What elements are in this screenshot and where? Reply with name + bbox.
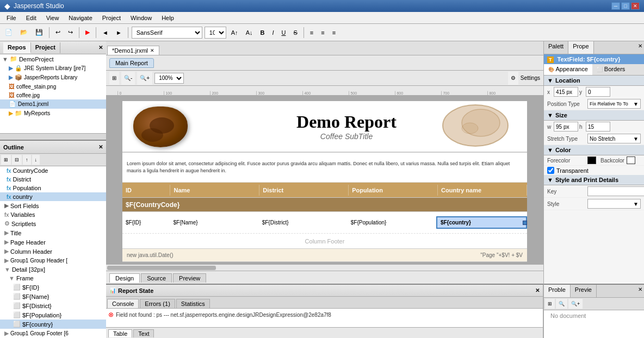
bold-button[interactable]: B <box>257 26 267 39</box>
font-size-down[interactable]: A↓ <box>243 26 256 39</box>
font-selector[interactable]: SansSerif <box>132 27 202 39</box>
strikethrough-button[interactable]: S <box>290 26 300 39</box>
zoom-fit-btn[interactable]: ⊞ <box>109 72 119 85</box>
redo-button[interactable]: ↪ <box>65 26 76 39</box>
outline-page-header[interactable]: ▶ Page Header <box>0 237 106 247</box>
menu-navigate[interactable]: Navigate <box>64 14 96 22</box>
canvas-wrapper[interactable]: Demo Report Coffee SubTitle <box>106 96 543 264</box>
outline-frame[interactable]: ▼ Frame <box>0 274 106 283</box>
x-input[interactable] <box>554 87 578 97</box>
run-button[interactable]: ▶ <box>83 26 92 39</box>
align-left-button[interactable]: ≡ <box>307 26 316 39</box>
tab-problems[interactable]: Proble <box>544 285 571 297</box>
underline-button[interactable]: U <box>278 26 288 39</box>
menu-file[interactable]: File <box>2 14 21 22</box>
h-input[interactable] <box>586 122 610 132</box>
prev-button[interactable]: ◄ <box>100 26 111 39</box>
font-size-selector[interactable]: 10 <box>205 27 226 39</box>
align-center-button[interactable]: ≡ <box>318 26 327 39</box>
tree-demo1-jrxml[interactable]: 📄 Demo1.jrxml <box>0 99 106 109</box>
key-input[interactable] <box>587 186 644 196</box>
menu-edit[interactable]: Edit <box>22 14 41 22</box>
tree-jasper-library[interactable]: ▶ 📦 JasperReports Library <box>0 73 106 82</box>
detail-country-cell[interactable]: $F{country} <box>436 216 527 229</box>
menu-window[interactable]: Window <box>126 14 156 22</box>
problems-btn-3[interactable]: 🔍+ <box>568 299 583 309</box>
outline-group1-footer[interactable]: ▶ Group1 Group Footer [6 <box>0 329 106 338</box>
settings-btn[interactable]: ⚙ <box>508 72 518 85</box>
tab-borders[interactable]: ⬜ Borders <box>592 64 630 75</box>
outline-sort-fields[interactable]: ▶ Sort Fields <box>0 201 106 210</box>
tree-jre-library[interactable]: ▶ 🔒 JRE System Library [jre7] <box>0 64 106 73</box>
forecolor-swatch[interactable] <box>587 157 596 164</box>
w-input[interactable] <box>554 122 578 132</box>
outline-country[interactable]: fx country <box>0 192 106 201</box>
location-collapse-icon[interactable]: ▼ <box>547 77 553 84</box>
outline-btn-2[interactable]: ⊟ <box>12 155 22 165</box>
tab-properties[interactable]: Prope <box>568 41 593 54</box>
size-collapse-icon[interactable]: ▼ <box>547 112 553 118</box>
tab-demo1-jrxml[interactable]: *Demo1.jrxml ✕ <box>107 46 159 55</box>
tab-main-report[interactable]: Main Report <box>109 58 154 68</box>
tab-palette[interactable]: Palett <box>544 41 568 54</box>
backcolor-swatch[interactable] <box>627 157 635 164</box>
italic-button[interactable]: I <box>269 26 276 39</box>
outline-countrycode[interactable]: fx CountryCode <box>0 166 106 175</box>
outline-scriptlets[interactable]: ⚙ Scriptlets <box>0 219 106 228</box>
tab-appearance[interactable]: 🎨 Appearance <box>544 64 592 75</box>
outline-fdistrict[interactable]: ⬜ $F{District} <box>0 301 106 310</box>
minimize-button[interactable]: ─ <box>611 2 620 10</box>
tree-coffee-jpg[interactable]: 🖼 coffee.jpg <box>0 91 106 99</box>
outline-population[interactable]: fx Population <box>0 184 106 192</box>
open-button[interactable]: 📂 <box>17 26 30 39</box>
zoom-out-btn[interactable]: 🔍- <box>121 72 135 85</box>
maximize-button[interactable]: □ <box>621 2 630 10</box>
tab-preview[interactable]: Preview <box>173 273 206 283</box>
scrollbar-bottom-repo[interactable] <box>0 133 106 140</box>
tab-text[interactable]: Text <box>133 329 154 337</box>
color-collapse-icon[interactable]: ▼ <box>547 147 553 153</box>
rs-close-icon[interactable]: ✕ <box>535 287 540 293</box>
problems-btn-1[interactable]: ⊞ <box>545 299 555 309</box>
canvas-scrollbar-h[interactable] <box>106 264 543 271</box>
tab-preview-panel[interactable]: Previe <box>571 285 597 297</box>
tab-errors[interactable]: Errors (1) <box>140 299 175 308</box>
outline-btn-1[interactable]: ⊞ <box>1 155 11 165</box>
tab-console[interactable]: Console <box>107 299 139 308</box>
outline-group1-header[interactable]: ▶ Group1 Group Header [ <box>0 256 106 265</box>
resize-handle[interactable] <box>523 221 527 225</box>
style-collapse-icon[interactable]: ▼ <box>547 177 553 183</box>
style-dropdown[interactable]: ▼ <box>587 199 641 209</box>
close-outline-icon[interactable]: ✕ <box>98 144 103 150</box>
stretch-type-dropdown[interactable]: No Stretch ▼ <box>587 134 641 143</box>
tree-coffee-stain[interactable]: 🖼 coffee_stain.png <box>0 82 106 91</box>
next-button[interactable]: ► <box>113 26 125 39</box>
menu-project[interactable]: Project <box>98 14 125 22</box>
outline-variables[interactable]: fx Variables <box>0 210 106 219</box>
zoom-in-btn[interactable]: 🔍+ <box>137 72 152 85</box>
problems-btn-2[interactable]: 🔍 <box>556 299 567 309</box>
font-size-up[interactable]: A↑ <box>228 26 241 39</box>
window-controls[interactable]: ─ □ ✕ <box>611 2 640 10</box>
tab-project[interactable]: Project <box>31 42 60 53</box>
outline-btn-3[interactable]: ↑ <box>23 155 31 165</box>
tab-design[interactable]: Design <box>109 273 140 283</box>
align-right-button[interactable]: ≡ <box>330 26 338 39</box>
outline-title[interactable]: ▶ Title <box>0 228 106 237</box>
y-input[interactable] <box>586 87 610 97</box>
tab-close-icon[interactable]: ✕ <box>150 48 154 53</box>
tree-demoproject[interactable]: ▼ 📁 DemoProject <box>0 54 106 64</box>
tree-myreports[interactable]: ▶ 📁 MyReports <box>0 109 106 118</box>
outline-fpopulation[interactable]: ⬜ $F{Population} <box>0 310 106 320</box>
tab-repository[interactable]: Repos <box>3 42 31 53</box>
zoom-selector[interactable]: 100% <box>154 73 184 84</box>
outline-fid[interactable]: ⬜ $F{ID} <box>0 283 106 292</box>
menu-view[interactable]: View <box>42 14 64 22</box>
position-type-dropdown[interactable]: Fix Relative To To ▼ <box>587 99 641 109</box>
outline-fname[interactable]: ⬜ $F{Name} <box>0 292 106 301</box>
outline-btn-4[interactable]: ↓ <box>32 155 40 165</box>
outline-fcountry[interactable]: ⬜ $F{country} <box>0 320 106 329</box>
menu-help[interactable]: Help <box>157 14 178 22</box>
props-close-icon[interactable]: ✕ <box>636 41 644 54</box>
close-button[interactable]: ✕ <box>631 2 640 10</box>
